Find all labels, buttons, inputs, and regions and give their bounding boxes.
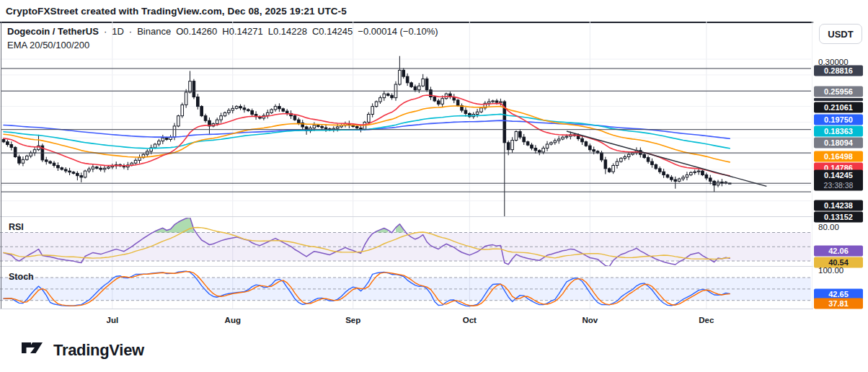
candles-layer (2, 56, 731, 216)
rsi-label-80.00: 80.00 (818, 223, 839, 231)
high-value: H0.14271 (222, 26, 262, 37)
countdown-timer: 23:38:38 (814, 181, 863, 190)
price-label-0.13152: 0.13152 (814, 212, 863, 223)
price-label-0.18363: 0.18363 (814, 126, 863, 137)
open-value: O0.14260 (176, 26, 217, 37)
stoch-label-100.00: 100.00 (818, 266, 843, 275)
tradingview-logo-icon (22, 342, 46, 359)
price-label-0.16498: 0.16498 (814, 151, 863, 162)
price-label-0.21061: 0.21061 (814, 102, 863, 113)
price-label-0.28816: 0.28816 (814, 66, 863, 76)
chart-legend: Dogecoin / TetherUS · 1D · Binance O0.14… (7, 26, 438, 50)
price-label-0.14245: 0.1424523:38:38 (814, 170, 863, 191)
legend-separator: · (129, 26, 132, 37)
descending-trendline (567, 131, 766, 186)
currency-toggle-button[interactable]: USDT (819, 24, 862, 44)
indicator-legend-row[interactable]: EMA 20/50/100/200 (7, 40, 438, 50)
rsi-pane-label[interactable]: RSI (9, 222, 24, 232)
legend-separator: · (104, 26, 107, 37)
symbol-name: Dogecoin / TetherUS (7, 26, 99, 37)
interval-label: 1D (112, 26, 124, 37)
tradingview-logo-text: TradingView (53, 341, 144, 360)
price-label-0.14238: 0.14238 (814, 200, 863, 211)
stoch-pane-label[interactable]: Stoch (9, 272, 34, 282)
ema-legend-label: EMA 20/50/100/200 (7, 40, 89, 50)
exchange-label: Binance (137, 26, 171, 37)
price-label-clipped (814, 98, 863, 101)
price-label-0.19750: 0.19750 (814, 115, 863, 125)
tradingview-logo[interactable]: TradingView (22, 341, 144, 360)
price-scale[interactable]: 0.300000.288160.259560.210610.197500.183… (813, 22, 868, 328)
tradingview-chart-page: CryptoFXStreet created with TradingView.… (0, 0, 868, 372)
symbol-legend-row[interactable]: Dogecoin / TetherUS · 1D · Binance O0.14… (7, 26, 438, 37)
price-label-0.18094: 0.18094 (814, 138, 863, 149)
stoch-label-37.81: 37.81 (814, 298, 863, 309)
change-value: −0.00014 (−0.10%) (358, 26, 438, 37)
price-label-0.25956: 0.25956 (814, 87, 863, 97)
rsi-label-42.06: 42.06 (814, 246, 863, 257)
low-value: L0.14228 (268, 26, 307, 37)
close-value: C0.14245 (312, 26, 353, 37)
